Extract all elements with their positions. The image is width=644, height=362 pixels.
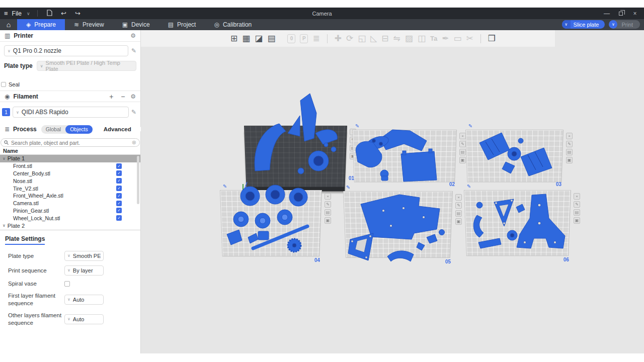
lock-plate-icon[interactable]: ▣ <box>574 217 580 224</box>
measure-icon[interactable]: ▭ <box>453 34 461 43</box>
paste-icon[interactable]: P <box>300 34 308 43</box>
text-tool-icon[interactable]: Ta <box>430 35 437 42</box>
plate-bed[interactable] <box>343 191 453 258</box>
menu-icon[interactable]: ≡ <box>4 10 8 17</box>
lay-on-face-icon[interactable]: ◺ <box>370 34 377 43</box>
printer-settings-gear-icon[interactable]: ⚙ <box>130 32 136 39</box>
rename-plate-icon[interactable]: ✎ <box>467 184 471 189</box>
collapse-icon[interactable]: ∨ <box>3 223 6 228</box>
object-row[interactable]: Center_Body.stl <box>0 170 140 177</box>
spiral-vase-checkbox[interactable] <box>64 281 70 287</box>
delete-plate-icon[interactable]: × <box>566 133 573 139</box>
object-visible-checkbox[interactable] <box>116 178 122 184</box>
file-menu[interactable]: File <box>12 10 22 17</box>
rename-plate-icon[interactable]: ✎ <box>346 185 350 190</box>
plate-bed[interactable] <box>352 130 457 183</box>
tab-device[interactable]: ▣ Device <box>113 19 159 30</box>
clear-search-icon[interactable]: ⊗ <box>132 139 136 146</box>
undo-icon[interactable]: ↩ <box>59 10 69 17</box>
build-plate-3[interactable]: ✎ × ✎ ▤ ▣ <box>465 130 564 186</box>
plate-label[interactable]: 06 <box>564 257 569 262</box>
rename-plate-icon[interactable]: ✎ <box>468 123 472 129</box>
plate-settings-icon[interactable]: ▤ <box>455 210 462 217</box>
build-plate-6[interactable]: ✎ × ✎ ▤ ▣ <box>464 190 571 261</box>
edit-plate-icon[interactable]: ✎ <box>325 201 331 208</box>
object-visible-checkbox[interactable] <box>116 208 122 213</box>
split-to-objects-icon[interactable]: ◫ <box>418 34 426 43</box>
object-row[interactable]: Pinion_Gear.stl <box>0 207 140 215</box>
build-plate-5[interactable]: ✎ × ✎ ▤ ▣ <box>343 191 453 263</box>
variable-layer-height-icon[interactable]: ≣ <box>312 34 319 43</box>
lock-plate-icon[interactable]: ▣ <box>566 157 573 163</box>
object-visible-checkbox[interactable] <box>116 163 122 169</box>
close-button[interactable]: × <box>628 8 642 19</box>
plate-settings-icon[interactable]: ▤ <box>566 149 573 155</box>
move-icon[interactable]: ✚ <box>335 34 342 43</box>
save-project-icon[interactable] <box>45 10 55 18</box>
redo-icon[interactable]: ↪ <box>73 10 83 17</box>
minimize-button[interactable]: — <box>600 8 614 19</box>
collapse-icon[interactable]: ∨ <box>3 156 6 161</box>
object-visible-checkbox[interactable] <box>116 201 122 206</box>
plate-settings-icon[interactable]: ▤ <box>325 209 331 216</box>
segment-global[interactable]: Global <box>41 126 65 132</box>
arrange-icon[interactable]: ▤ <box>267 34 275 43</box>
lock-plate-icon[interactable]: ▣ <box>325 217 331 224</box>
slice-plate-button[interactable]: ∨ Slice plate <box>562 20 605 29</box>
object-row[interactable]: Camera.stl <box>0 200 140 207</box>
mirror-icon[interactable]: ⇋ <box>393 34 400 43</box>
plate-bed[interactable] <box>465 130 564 183</box>
restore-button[interactable] <box>614 8 628 19</box>
object-visible-checkbox[interactable] <box>116 170 122 176</box>
edit-plate-icon[interactable]: ✎ <box>566 141 573 147</box>
viewport-3d[interactable]: ⊞ ▦ ◪ ▤ 0 P ≣ ✚ ⟳ ◱ ◺ ⊟ ⇋ ▨ ◫ Ta ✒ ▭ ✂ ❒ <box>141 30 644 353</box>
first-layer-sequence-select[interactable]: ∨ Auto <box>64 295 104 305</box>
edit-filament-preset-icon[interactable]: ✎ <box>131 109 136 116</box>
plate-label[interactable]: 02 <box>449 182 455 187</box>
seal-checkbox[interactable] <box>1 82 6 87</box>
bed-type-select[interactable]: ∨ Smooth PEI Plate / High Temp Plate <box>37 61 136 71</box>
print-button[interactable]: ∨ Print <box>609 20 640 29</box>
search-input[interactable] <box>11 140 129 146</box>
plate-type-setting-select[interactable]: ∨ Smooth PEI ... <box>64 251 104 261</box>
tab-prepare[interactable]: ◈ Prepare <box>17 19 65 30</box>
home-button[interactable]: ⌂ <box>0 19 17 30</box>
auto-orient-icon[interactable]: ◪ <box>255 34 263 43</box>
add-plate-icon[interactable]: ▦ <box>242 34 250 43</box>
plate-label[interactable]: 03 <box>556 182 561 187</box>
object-visible-checkbox[interactable] <box>116 193 122 199</box>
object-row[interactable]: Front.stl <box>0 162 140 170</box>
tab-preview[interactable]: ≋ Preview <box>65 19 113 30</box>
edit-plate-icon[interactable]: ✎ <box>574 201 580 208</box>
plate-settings-icon[interactable]: ▤ <box>574 209 580 216</box>
plate-bed[interactable] <box>220 190 322 256</box>
tab-project[interactable]: ▤ Project <box>159 19 205 30</box>
object-row[interactable]: Tire_V2.stl <box>0 185 140 192</box>
plate-1-row[interactable]: ∨ Plate 1 <box>0 155 140 162</box>
printer-preset-select[interactable]: ∨ Q1 Pro 0.2 nozzle <box>4 45 128 56</box>
object-row[interactable]: Front_Wheel_Axle.stl <box>0 192 140 200</box>
file-menu-chevron-icon[interactable]: ∨ <box>27 11 30 16</box>
build-plate-1[interactable]: × ✎ ▤ ▣ <box>244 126 347 192</box>
object-row[interactable]: Nose.stl <box>0 177 140 185</box>
print-dropdown-icon[interactable]: ∨ <box>609 20 617 29</box>
filament-preset-select[interactable]: ∨ QIDI ABS Rapido <box>13 107 129 118</box>
split-to-parts-icon[interactable]: ⊟ <box>381 34 388 43</box>
delete-plate-icon[interactable]: × <box>455 194 462 201</box>
list-scrollbar[interactable] <box>137 156 139 204</box>
delete-plate-icon[interactable]: × <box>325 193 331 200</box>
slice-dropdown-icon[interactable]: ∨ <box>562 20 571 29</box>
scale-icon[interactable]: ◱ <box>358 34 366 43</box>
fill-color-icon[interactable]: ▨ <box>405 34 413 43</box>
plate-bed[interactable] <box>244 126 347 187</box>
filament-settings-gear-icon[interactable]: ⚙ <box>130 93 136 100</box>
segment-objects[interactable]: Objects <box>65 125 93 134</box>
other-layers-sequence-select[interactable]: ∨ Auto <box>64 314 104 324</box>
rotate-icon[interactable]: ⟳ <box>346 34 353 43</box>
copy-icon[interactable]: 0 <box>287 34 295 43</box>
object-visible-checkbox[interactable] <box>116 215 122 221</box>
object-visible-checkbox[interactable] <box>116 186 122 191</box>
assembly-view-icon[interactable]: ❒ <box>488 34 496 43</box>
rename-plate-icon[interactable]: ✎ <box>223 184 227 189</box>
delete-plate-icon[interactable]: × <box>574 193 580 200</box>
